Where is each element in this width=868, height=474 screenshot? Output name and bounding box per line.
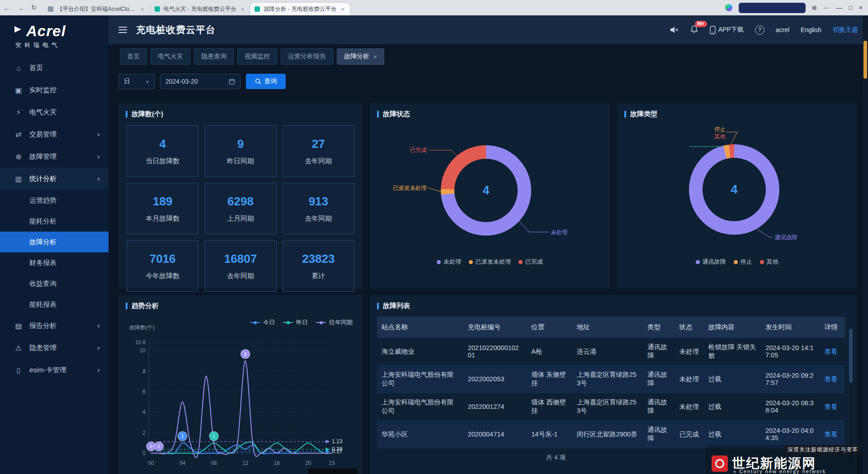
- tab-title: 故障分析 - 充电桩收费云平台: [264, 5, 336, 13]
- column-header: 状态: [675, 317, 704, 338]
- page-tab[interactable]: 电气火灾: [151, 48, 190, 65]
- window-maximize-icon[interactable]: □: [849, 4, 852, 11]
- tab-close-icon[interactable]: ×: [240, 6, 245, 13]
- browser-tab[interactable]: 电气火灾 - 充电桩收费云平台×: [150, 3, 250, 15]
- tab-favicon-icon: [155, 6, 160, 12]
- sidebar-item-esim[interactable]: ▯esim-卡管理∨: [0, 359, 108, 381]
- help-icon[interactable]: ?: [755, 25, 764, 35]
- search-button[interactable]: 查询: [246, 74, 286, 89]
- legend-label: 已完成: [525, 258, 543, 266]
- legend-item[interactable]: 未处理: [437, 258, 461, 266]
- app-download-label: APP下载: [718, 26, 744, 34]
- legend-item[interactable]: 停止: [734, 258, 752, 266]
- svg-text:9: 9: [244, 351, 247, 357]
- period-value: 日: [124, 77, 130, 85]
- globe-icon[interactable]: ⊕: [812, 4, 817, 11]
- chevron-down-icon: ∨: [97, 323, 100, 329]
- page-tab[interactable]: 故障分析×: [337, 48, 384, 65]
- svg-text:04: 04: [179, 460, 186, 466]
- window-scrollbar[interactable]: [863, 15, 868, 474]
- sidebar-subitem-energy-report[interactable]: 能耗报表: [0, 294, 108, 315]
- legend-item[interactable]: 已完成: [519, 258, 543, 266]
- notification-badge: 99+: [695, 21, 707, 27]
- scrollbar-thumb[interactable]: [863, 41, 867, 79]
- notifications-button[interactable]: 99+: [690, 25, 698, 35]
- date-value: 2024-03-20: [165, 78, 198, 85]
- page-tab-label: 隐患查询: [201, 52, 226, 61]
- sidebar-item-stats[interactable]: ▥统计分析∧: [0, 168, 108, 190]
- legend-item[interactable]: 昨日: [283, 318, 308, 327]
- page-tab[interactable]: 运营分析报告: [281, 48, 333, 65]
- browser-tab[interactable]: 【平台介绍】安科瑞AcrelCloud-9×: [43, 3, 150, 15]
- cell-action: 查看: [820, 365, 845, 393]
- sidebar-subitem-energy-analysis[interactable]: 能耗分析: [0, 211, 108, 232]
- extension-icon[interactable]: [725, 4, 732, 11]
- panel-title-text: 故障数(个): [132, 110, 163, 118]
- browser-forward-icon[interactable]: →: [14, 4, 27, 12]
- sidebar-item-trade[interactable]: ⇄交易管理∨: [0, 123, 108, 146]
- cell-time: 2024-03-20 09:27:57: [761, 365, 820, 393]
- table-scrollbar[interactable]: [849, 329, 853, 465]
- sidebar-item-label: 交易管理: [29, 130, 57, 139]
- legend-item[interactable]: 已派发未处理: [469, 258, 511, 266]
- sidebar-collapse-icon[interactable]: [118, 27, 127, 33]
- tab-close-icon[interactable]: ×: [373, 53, 377, 60]
- legend-item[interactable]: 其他: [760, 258, 778, 266]
- svg-text:2: 2: [142, 430, 146, 436]
- browser-menu-icon[interactable]: ⋯: [823, 4, 830, 11]
- stat-label: 去年同期: [305, 157, 332, 166]
- username[interactable]: acrel: [776, 26, 789, 33]
- sidebar-item-hazard[interactable]: ⚠隐患管理∨: [0, 337, 108, 359]
- page-tab[interactable]: 视频监控: [237, 48, 277, 65]
- sidebar-item-realtime[interactable]: ▣实时监控: [0, 79, 108, 101]
- browser-reload-icon[interactable]: ↻: [27, 4, 41, 12]
- language-switch[interactable]: English: [801, 26, 821, 33]
- view-detail-link[interactable]: 查看: [825, 431, 838, 438]
- home-icon: ⌂: [14, 64, 24, 72]
- legend-label: 未处理: [443, 258, 461, 266]
- page-tab[interactable]: 首页: [120, 48, 147, 65]
- watermark: 深度关注新能源经济与变革 世纪新能源网 « Century new energy…: [705, 445, 862, 474]
- sidebar-item-electrical-fire[interactable]: ⚡电气火灾: [0, 101, 108, 123]
- browser-back-icon[interactable]: ←: [0, 4, 14, 12]
- window-close-icon[interactable]: ×: [859, 4, 863, 11]
- stat-label: 今年故障数: [146, 272, 179, 280]
- sidebar-item-home[interactable]: ⌂首页: [0, 57, 108, 79]
- cell-position: 14号东-1: [527, 421, 572, 448]
- legend-dot-icon: [469, 260, 473, 264]
- tab-close-icon[interactable]: ×: [140, 6, 145, 13]
- sidebar-item-fault-mgmt[interactable]: ⊗故障管理∨: [0, 146, 108, 168]
- stat-label: 累计: [311, 272, 325, 280]
- browser-tab[interactable]: 故障分析 - 充电桩收费云平台×: [250, 3, 350, 15]
- sidebar-subitem-finance-report[interactable]: 财务报表: [0, 252, 108, 273]
- page-tab[interactable]: 隐患查询: [194, 48, 234, 65]
- panel-title: 故障数(个): [118, 103, 363, 118]
- sidebar-item-report[interactable]: ▤报告分析∨: [0, 315, 108, 337]
- period-select[interactable]: 日 ∨: [118, 74, 155, 89]
- sidebar-subitem-income-query[interactable]: 收益查询: [0, 273, 108, 294]
- legend-item[interactable]: 今日: [250, 318, 275, 327]
- panel-title-text: 故障列表: [383, 302, 410, 310]
- sidebar-subitem-op-trend[interactable]: 运营趋势: [0, 190, 108, 211]
- view-detail-link[interactable]: 查看: [825, 375, 838, 383]
- legend-item[interactable]: 通讯故障: [696, 258, 726, 266]
- view-detail-link[interactable]: 查看: [825, 348, 838, 355]
- panel-title: 故障类型: [617, 103, 857, 118]
- sidebar-subitem-fault-analysis[interactable]: 故障分析: [0, 232, 108, 252]
- legend-item[interactable]: 往年同期: [316, 318, 353, 327]
- theme-switch-link[interactable]: 切换主题: [833, 26, 858, 34]
- tab-close-icon[interactable]: ×: [340, 6, 345, 13]
- app-download-button[interactable]: APP下载: [710, 26, 744, 34]
- date-picker[interactable]: 2024-03-20: [160, 74, 241, 89]
- view-detail-link[interactable]: 查看: [825, 403, 838, 410]
- svg-text:8: 8: [142, 368, 146, 374]
- sidebar-item-label: 报告分析: [29, 322, 57, 330]
- chart-legend: 未处理已派发未处理已完成: [370, 258, 610, 266]
- chevron-down-icon: ∨: [97, 345, 100, 351]
- cell-status: 未处理: [675, 393, 704, 421]
- mute-icon[interactable]: [670, 26, 679, 34]
- legend-label: 今日: [263, 318, 275, 327]
- stat-label: 去年同期: [227, 272, 254, 280]
- window-minimize-icon[interactable]: —: [836, 4, 842, 11]
- svg-text:0.38: 0.38: [332, 446, 343, 452]
